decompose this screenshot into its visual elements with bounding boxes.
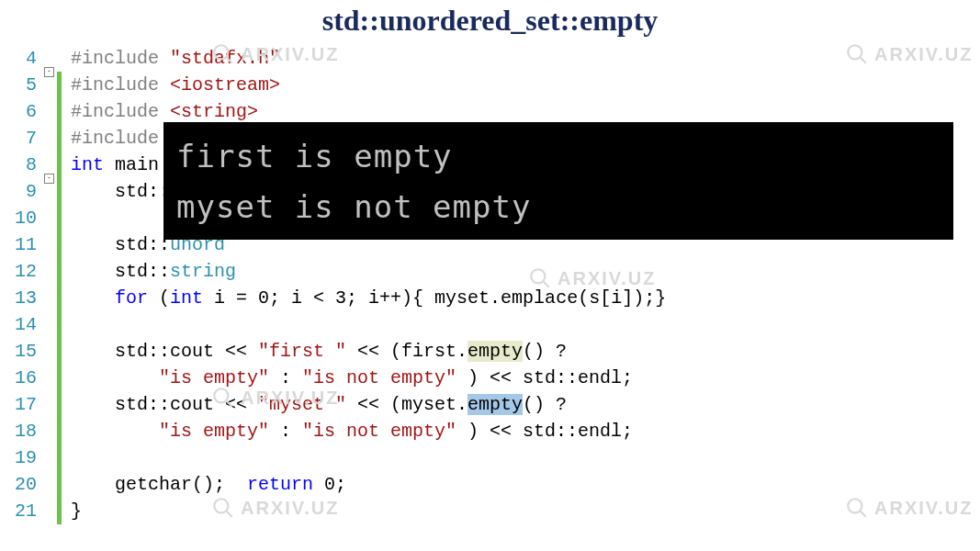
code-content: } <box>62 498 82 524</box>
code-line: 17 std::cout << "myset " << (myset.empty… <box>4 391 980 418</box>
code-line: 5#include <iostream> <box>4 72 980 98</box>
line-number: 19 <box>4 444 44 471</box>
line-number: 13 <box>4 285 44 311</box>
line-number: 4 <box>4 45 44 72</box>
code-line: 4-#include "stdafx.h" <box>4 45 980 72</box>
code-content: for (int i = 0; i < 3; i++){ myset.empla… <box>62 285 666 311</box>
change-bar <box>57 205 62 231</box>
line-number: 14 <box>4 311 44 338</box>
code-content: "is empty" : "is not empty" ) << std::en… <box>62 365 633 391</box>
line-number: 10 <box>4 205 44 231</box>
line-number: 21 <box>4 498 44 524</box>
code-content: #include <string> <box>62 98 258 125</box>
line-number: 16 <box>4 365 44 391</box>
change-bar <box>57 444 62 471</box>
code-line: 6#include <string> <box>4 98 980 125</box>
code-line: 16 "is empty" : "is not empty" ) << std:… <box>4 365 980 391</box>
code-content: std::cout << "first " << (first.empty() … <box>62 338 567 365</box>
code-line: 13 for (int i = 0; i < 3; i++){ myset.em… <box>4 285 980 311</box>
code-line: 15 std::cout << "first " << (first.empty… <box>4 338 980 365</box>
code-editor: 4-#include "stdafx.h"5#include <iostream… <box>0 45 980 524</box>
code-line: 19 <box>4 444 980 471</box>
page-title: std::unordered_set::empty <box>0 0 980 45</box>
console-line: first is empty <box>176 131 941 182</box>
code-line: 21} <box>4 498 980 524</box>
code-content: std::cout << "myset " << (myset.empty() … <box>62 391 567 418</box>
line-number: 11 <box>4 231 44 258</box>
code-line: 12 std::string <box>4 258 980 285</box>
console-output: first is empty myset is not empty <box>163 122 953 240</box>
console-line: myset is not empty <box>176 182 941 232</box>
code-content: #include "stdafx.h" <box>62 45 280 72</box>
line-number: 7 <box>4 125 44 152</box>
line-number: 12 <box>4 258 44 285</box>
line-number: 17 <box>4 391 44 418</box>
line-number: 15 <box>4 338 44 365</box>
code-content: getchar(); return 0; <box>62 471 346 498</box>
code-line: 18 "is empty" : "is not empty" ) << std:… <box>4 418 980 444</box>
code-content: "is empty" : "is not empty" ) << std::en… <box>62 418 633 444</box>
code-content: #include <iostream> <box>62 72 280 98</box>
line-number: 20 <box>4 471 44 498</box>
code-content: std::string <box>62 258 236 285</box>
line-number: 18 <box>4 418 44 444</box>
line-number: 8 <box>4 152 44 178</box>
line-number: 6 <box>4 98 44 125</box>
code-line: 20 getchar(); return 0; <box>4 471 980 498</box>
line-number: 5 <box>4 72 44 98</box>
line-number: 9 <box>4 178 44 205</box>
change-bar <box>57 311 62 338</box>
code-line: 14 <box>4 311 980 338</box>
